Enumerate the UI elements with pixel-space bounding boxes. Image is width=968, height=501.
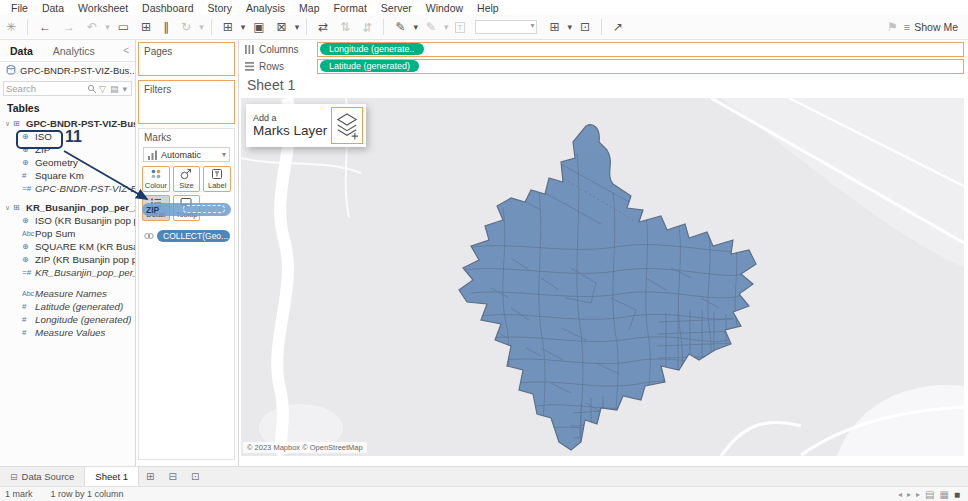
new-story-button[interactable]: ⊡: [184, 467, 206, 486]
new-dashboard-button[interactable]: ⊟: [162, 467, 184, 486]
pause-updates-button[interactable]: ∥: [157, 20, 175, 34]
field-row-count-kr[interactable]: =# KR_Busanjin_pop_per_zi...: [0, 266, 135, 279]
tab-data-source[interactable]: ⊟ Data Source: [0, 467, 84, 486]
menu-format[interactable]: Format: [327, 2, 374, 14]
marks-layer-tooltip-text: Add a Marks Layer: [246, 113, 331, 138]
field-row-pop-sum[interactable]: Abc Pop Sum: [0, 227, 135, 240]
new-worksheet-button[interactable]: ⊞: [217, 20, 239, 34]
format-caret-icon[interactable]: ▾: [442, 22, 451, 32]
pages-shelf[interactable]: Pages: [138, 42, 235, 76]
new-worksheet-caret-icon[interactable]: ▾: [239, 22, 248, 32]
chevron-down-icon[interactable]: ∨: [5, 204, 13, 212]
size-button[interactable]: Size: [173, 166, 201, 192]
last-sheet-button[interactable]: ▸: [916, 490, 920, 499]
columns-icon: [245, 45, 254, 54]
sheet-area: Columns Longitude (generate.. Rows Latit…: [239, 40, 968, 466]
new-worksheet-tab-button[interactable]: ⊞: [139, 467, 161, 486]
toolbar-divider: [27, 19, 28, 35]
tab-analytics[interactable]: Analytics: [43, 45, 105, 57]
rows-shelf[interactable]: Latitude (generated): [317, 59, 964, 74]
collapse-pane-icon[interactable]: <: [123, 45, 135, 56]
swap-rows-columns-button[interactable]: ⇄: [312, 20, 334, 34]
fit-selector[interactable]: [475, 20, 537, 34]
fit-axes-button[interactable]: ⊞: [543, 20, 565, 34]
show-sheet-sorter-button[interactable]: ■: [954, 489, 960, 500]
show-mark-labels-button[interactable]: T: [455, 22, 466, 33]
format-button[interactable]: ✎: [420, 20, 442, 34]
field-row-geometry[interactable]: ⊕ Geometry: [0, 156, 135, 169]
share-button[interactable]: ↗: [607, 20, 629, 34]
tableau-logo-icon[interactable]: ✳: [0, 20, 22, 34]
show-filmstrip-button[interactable]: ▦: [940, 489, 949, 500]
mark-type-dropdown[interactable]: Automatic ▾: [143, 147, 230, 162]
clear-sheet-button[interactable]: ⊠: [271, 20, 293, 34]
menu-worksheet[interactable]: Worksheet: [71, 2, 135, 14]
field-label: SQUARE KM (KR Busanji...: [35, 241, 135, 252]
filters-shelf[interactable]: Filters: [138, 80, 235, 124]
show-me-button[interactable]: ≡ Show Me: [904, 21, 958, 33]
redo-button[interactable]: →: [57, 20, 81, 34]
label-icon: [211, 168, 223, 180]
sort-descending-button[interactable]: ⇅: [356, 20, 378, 34]
save-button[interactable]: ▭: [112, 20, 135, 34]
menu-help[interactable]: Help: [470, 2, 506, 14]
field-row-zip-kr[interactable]: ⊕ ZIP (KR Busanjin pop per...: [0, 253, 135, 266]
field-row-iso-kr[interactable]: ⊕ ISO (KR Busanjin pop pe...: [0, 214, 135, 227]
sort-ascending-button[interactable]: ⇅: [334, 20, 356, 34]
chevron-down-icon[interactable]: ∨: [5, 120, 13, 128]
marks-layer-drop-target[interactable]: [331, 107, 363, 144]
database-icon: [6, 65, 16, 76]
tab-sheet1[interactable]: Sheet 1: [84, 467, 139, 486]
menu-window[interactable]: Window: [419, 2, 470, 14]
datasource-row[interactable]: GPC-BNDR-PST-VIZ-Bus...: [0, 62, 135, 78]
presentation-mode-button[interactable]: ⊡: [574, 20, 596, 34]
menu-file[interactable]: File: [4, 2, 35, 14]
tab-data[interactable]: Data: [0, 45, 43, 57]
map-view[interactable]: © 2023 Mapbox © OpenStreetMap: [241, 98, 964, 456]
field-row-longitude[interactable]: # Longitude (generated): [0, 313, 135, 326]
globe-icon: ⊕: [22, 216, 35, 225]
menu-server[interactable]: Server: [374, 2, 419, 14]
view-options-caret-icon[interactable]: ▾: [120, 84, 129, 94]
replay-caret-icon[interactable]: ▾: [103, 22, 112, 32]
undo-button[interactable]: ←: [33, 20, 57, 34]
search-icon[interactable]: [87, 84, 97, 94]
menu-story[interactable]: Story: [200, 2, 239, 14]
run-updates-button[interactable]: ↻: [175, 20, 197, 34]
columns-shelf[interactable]: Longitude (generate..: [317, 42, 964, 57]
spacer: [0, 279, 135, 287]
filter-fields-icon[interactable]: ▽: [97, 84, 108, 94]
prev-sheet-button[interactable]: ◂: [898, 490, 902, 499]
label-button[interactable]: Label: [203, 166, 231, 192]
longitude-pill[interactable]: Longitude (generate..: [320, 43, 424, 55]
next-sheet-button[interactable]: ▸: [907, 490, 911, 499]
new-datasource-button[interactable]: ⊞: [135, 20, 157, 34]
menu-dashboard[interactable]: Dashboard: [135, 2, 200, 14]
duplicate-button[interactable]: ▣: [247, 20, 270, 34]
table-row[interactable]: ∨ ⊞ KR_Busanjin_pop_per_zip...: [0, 201, 135, 214]
field-row-square-km-kr[interactable]: ⊕ SQUARE KM (KR Busanji...: [0, 240, 135, 253]
latitude-pill[interactable]: Latitude (generated): [320, 60, 419, 72]
menu-map[interactable]: Map: [292, 2, 326, 14]
view-options-icon[interactable]: ▤: [108, 84, 121, 94]
globe-icon: ⊕: [22, 132, 35, 141]
field-row-square-km[interactable]: # Square Km: [0, 169, 135, 182]
field-row-measure-names[interactable]: Abc Measure Names: [0, 287, 135, 300]
menu-analysis[interactable]: Analysis: [239, 2, 292, 14]
clear-sheet-caret-icon[interactable]: ▾: [293, 22, 302, 32]
field-row-count[interactable]: =# GPC-BNDR-PST-VIZ-Bu...: [0, 182, 135, 195]
colour-button[interactable]: Colour: [142, 166, 170, 192]
show-tabs-button[interactable]: ▤: [925, 489, 934, 500]
search-input[interactable]: [6, 83, 87, 94]
highlight-button[interactable]: ✎: [389, 20, 411, 34]
fit-axes-caret-icon[interactable]: ▾: [566, 22, 575, 32]
replay-button[interactable]: ↶: [81, 20, 103, 34]
field-row-latitude[interactable]: # Latitude (generated): [0, 300, 135, 313]
run-updates-caret-icon[interactable]: ▾: [197, 22, 206, 32]
collect-geometry-pill[interactable]: COLLECT(Geo...: [157, 230, 230, 242]
flag-icon[interactable]: ⚑: [881, 20, 904, 34]
field-row-measure-values[interactable]: # Measure Values: [0, 326, 135, 339]
highlight-caret-icon[interactable]: ▾: [411, 22, 420, 32]
menu-data[interactable]: Data: [35, 2, 71, 14]
marks-buttons: Colour Size Label: [142, 166, 231, 221]
